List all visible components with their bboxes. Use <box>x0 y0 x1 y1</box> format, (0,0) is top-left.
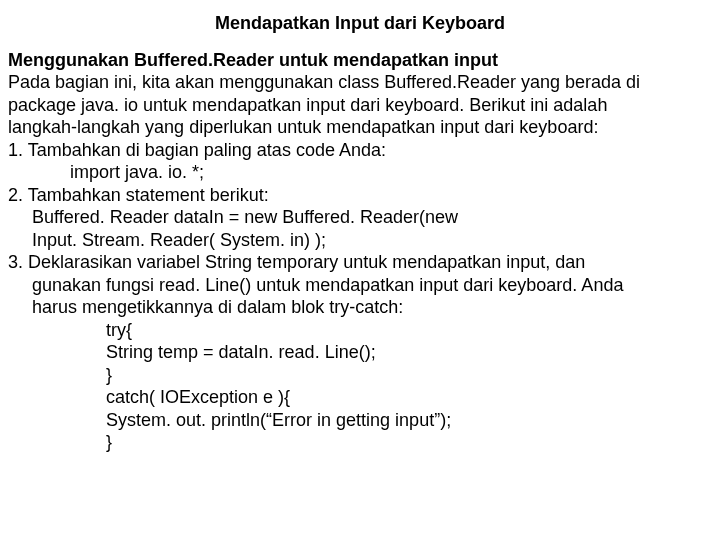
slide-title: Mendapatkan Input dari Keyboard <box>8 12 712 35</box>
section-subtitle: Menggunakan Buffered.Reader untuk mendap… <box>8 49 712 72</box>
code-line: Buffered. Reader dataIn = new Buffered. … <box>8 206 712 229</box>
step-3: 3. Deklarasikan variabel String temporar… <box>8 251 712 274</box>
code-line: String temp = dataIn. read. Line(); <box>8 341 712 364</box>
code-line: } <box>8 364 712 387</box>
step-1: 1. Tambahkan di bagian paling atas code … <box>8 139 712 162</box>
code-line: } <box>8 431 712 454</box>
step-3-line: harus mengetikkannya di dalam blok try-c… <box>8 296 712 319</box>
code-line: catch( IOException e ){ <box>8 386 712 409</box>
code-line: try{ <box>8 319 712 342</box>
step-3-line: gunakan fungsi read. Line() untuk mendap… <box>8 274 712 297</box>
paragraph-line: langkah-langkah yang diperlukan untuk me… <box>8 116 712 139</box>
code-line: System. out. println(“Error in getting i… <box>8 409 712 432</box>
code-line: import java. io. *; <box>8 161 712 184</box>
code-line: Input. Stream. Reader( System. in) ); <box>8 229 712 252</box>
paragraph-line: Pada bagian ini, kita akan menggunakan c… <box>8 71 712 94</box>
step-2: 2. Tambahkan statement berikut: <box>8 184 712 207</box>
paragraph-line: package java. io untuk mendapatkan input… <box>8 94 712 117</box>
